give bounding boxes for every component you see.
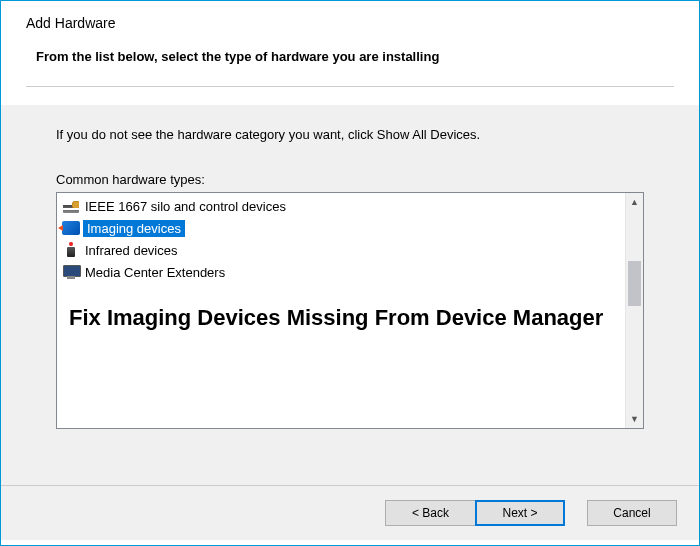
silo-icon — [61, 197, 81, 215]
list-item-label: Media Center Extenders — [83, 264, 227, 281]
header-divider — [26, 86, 674, 87]
list-label: Common hardware types: — [56, 172, 644, 187]
vertical-scrollbar[interactable]: ▲ ▼ — [625, 193, 643, 428]
scroll-down-arrow-icon[interactable]: ▼ — [626, 410, 643, 428]
list-item-label: IEEE 1667 silo and control devices — [83, 198, 288, 215]
back-button[interactable]: < Back — [385, 500, 475, 526]
imaging-icon — [61, 219, 81, 237]
scroll-thumb[interactable] — [628, 261, 641, 306]
list-item[interactable]: IEEE 1667 silo and control devices — [57, 195, 625, 217]
list-item-label: Imaging devices — [83, 220, 185, 237]
next-button[interactable]: Next > — [475, 500, 565, 526]
article-overlay-text: Fix Imaging Devices Missing From Device … — [57, 283, 617, 345]
help-text: If you do not see the hardware category … — [56, 127, 644, 142]
infrared-icon — [61, 241, 81, 259]
nav-button-group: < Back Next > — [385, 500, 565, 526]
wizard-subtitle: From the list below, select the type of … — [36, 49, 674, 64]
wizard-footer: < Back Next > Cancel — [1, 485, 699, 540]
scroll-track[interactable] — [626, 211, 643, 410]
monitor-icon — [61, 263, 81, 281]
list-item-label: Infrared devices — [83, 242, 180, 259]
list-item[interactable]: Infrared devices — [57, 239, 625, 261]
list-item[interactable]: Media Center Extenders — [57, 261, 625, 283]
window-title: Add Hardware — [26, 15, 674, 31]
scroll-up-arrow-icon[interactable]: ▲ — [626, 193, 643, 211]
cancel-button[interactable]: Cancel — [587, 500, 677, 526]
hardware-listbox: IEEE 1667 silo and control devices Imagi… — [56, 192, 644, 429]
wizard-header: Add Hardware From the list below, select… — [1, 1, 699, 105]
list-item[interactable]: Imaging devices — [57, 217, 625, 239]
wizard-content: If you do not see the hardware category … — [1, 105, 699, 485]
hardware-list[interactable]: IEEE 1667 silo and control devices Imagi… — [57, 193, 625, 428]
